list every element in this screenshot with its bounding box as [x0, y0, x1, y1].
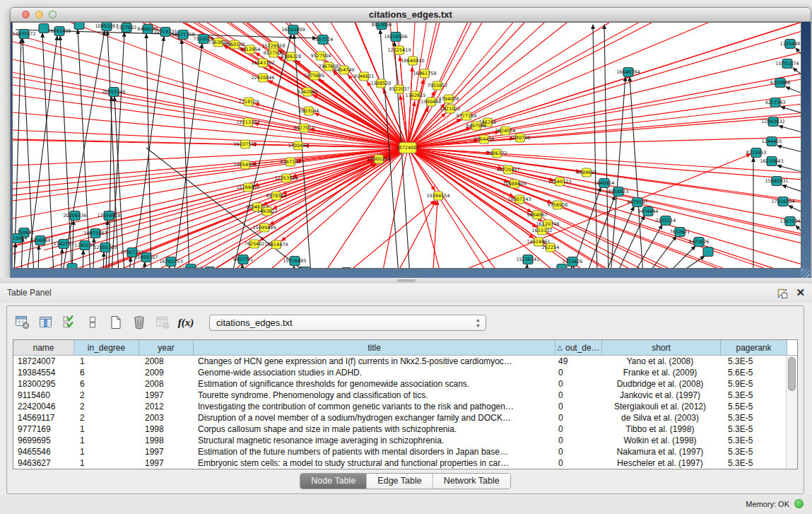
node-label: 19054985	[233, 162, 257, 168]
table-source-select[interactable]: citations_edges.txt ▲▼	[209, 315, 486, 331]
edge[interactable]	[630, 77, 643, 269]
scrollbar-thumb[interactable]	[788, 357, 796, 391]
edge[interactable]	[796, 226, 801, 232]
edge[interactable]	[786, 87, 801, 93]
graph-node-unselected[interactable]	[341, 268, 351, 269]
edge[interactable]	[611, 77, 625, 269]
tab-network-table[interactable]: Network Table	[433, 474, 510, 489]
edge[interactable]	[146, 148, 302, 269]
table-row[interactable]: 911546021997Tourette syndrome. Phenomeno…	[13, 390, 797, 401]
column-header-title[interactable]: title	[194, 340, 555, 355]
edge[interactable]	[526, 264, 527, 269]
edge[interactable]	[83, 250, 83, 269]
close-window-button[interactable]	[22, 11, 30, 18]
show-columns-icon[interactable]	[37, 314, 54, 331]
table-row[interactable]: 1456911722003Disruption of a novel membe…	[13, 412, 797, 424]
edge[interactable]	[112, 33, 124, 269]
network-window-titlebar[interactable]: citations_edges.txt	[11, 8, 811, 22]
edge[interactable]	[793, 68, 801, 75]
selected-edge[interactable]	[228, 164, 376, 269]
node-label: 9756928	[548, 202, 568, 208]
tab-node-table[interactable]: Node Table	[300, 474, 367, 489]
column-header-pagerank[interactable]: pagerank	[721, 340, 787, 355]
edge[interactable]	[789, 206, 801, 212]
minimize-window-button[interactable]	[35, 11, 43, 18]
edge[interactable]	[232, 35, 291, 269]
edge[interactable]	[616, 216, 645, 269]
table-row[interactable]: 1872400712008Changes of HCN gene express…	[13, 356, 797, 367]
edge[interactable]	[103, 252, 104, 269]
node-label: 17016504	[771, 199, 794, 204]
citation-network-graph[interactable]: 1493557220691406106532671527602646614010…	[13, 23, 801, 269]
graph-node-unselected[interactable]	[67, 264, 77, 269]
column-header-year[interactable]: year	[139, 340, 194, 355]
edge[interactable]	[168, 267, 170, 269]
column-header-short[interactable]: short	[602, 340, 721, 355]
edge[interactable]	[779, 126, 801, 132]
node-label: 1640954	[594, 180, 615, 186]
selected-edge[interactable]	[13, 148, 408, 183]
edge[interactable]	[571, 267, 572, 269]
selected-edge[interactable]	[157, 148, 408, 269]
edge[interactable]	[782, 185, 801, 192]
graph-node-unselected[interactable]	[557, 264, 567, 269]
edge[interactable]	[129, 257, 131, 269]
edge[interactable]	[593, 25, 597, 269]
edge[interactable]	[144, 262, 145, 269]
edge[interactable]	[777, 165, 801, 172]
node-label: 1362615	[406, 93, 426, 98]
create-column-icon[interactable]	[107, 314, 124, 331]
selected-edge[interactable]	[408, 23, 708, 148]
float-window-icon[interactable]	[777, 288, 788, 299]
table-row[interactable]: 969969511998Structural magnetic resonanc…	[13, 435, 797, 446]
edge[interactable]	[38, 245, 39, 269]
table-row[interactable]: 1830029562008Estimation of significance …	[13, 378, 797, 390]
delete-column-icon[interactable]	[131, 314, 148, 331]
column-header-in_degree[interactable]: in_degree	[74, 340, 139, 355]
edge[interactable]	[781, 107, 801, 113]
window-resize-grip[interactable]	[801, 269, 810, 278]
selected-edge[interactable]	[408, 148, 553, 269]
table-row[interactable]: 946554611997Estimation of the future num…	[13, 446, 797, 457]
table-row[interactable]: 2242004622012Investigating the contribut…	[13, 401, 797, 412]
graph-node-unselected[interactable]	[205, 267, 215, 269]
column-header-out_de[interactable]: △out_de…	[555, 340, 602, 355]
selected-edge[interactable]	[13, 130, 408, 148]
selected-edge[interactable]	[408, 116, 801, 148]
node-label: 14935572	[13, 31, 36, 37]
table-mode-icon[interactable]	[84, 314, 101, 331]
selected-edge[interactable]	[408, 148, 801, 264]
graph-node-unselected[interactable]	[74, 23, 84, 30]
edge[interactable]	[604, 25, 608, 269]
network-canvas[interactable]: 1493557220691406106532671527602646614010…	[12, 22, 801, 269]
graph-node-unselected[interactable]	[703, 247, 713, 257]
selected-edge[interactable]	[408, 67, 412, 148]
tab-edge-table[interactable]: Edge Table	[367, 474, 433, 489]
cell-year: 1998	[139, 424, 194, 434]
close-panel-icon[interactable]: ✕	[796, 286, 805, 299]
zoom-window-button[interactable]	[49, 11, 57, 18]
table-row[interactable]: 1938455462009Genome-wide association stu…	[13, 367, 797, 378]
table-vertical-scrollbar[interactable]	[786, 356, 797, 469]
node-label: 16210643	[760, 158, 783, 164]
column-header-name[interactable]: name	[13, 340, 74, 355]
cell-in_degree: 6	[74, 368, 139, 378]
selected-edge[interactable]	[341, 201, 435, 269]
edge[interactable]	[633, 225, 662, 269]
table-row[interactable]: 946362711997Embryonic stem cells: a mode…	[13, 457, 797, 469]
selected-edge[interactable]	[408, 148, 440, 269]
selected-edge[interactable]	[13, 112, 408, 148]
table-row[interactable]: 977716911998Corpus callosum shape and si…	[13, 424, 797, 435]
table-settings-icon[interactable]	[14, 314, 31, 331]
function-builder-icon[interactable]: f(x)	[177, 314, 194, 331]
cell-pagerank: 5.3E-5	[721, 390, 787, 400]
delete-table-icon[interactable]	[154, 314, 171, 331]
graph-node-unselected[interactable]	[300, 267, 310, 269]
selected-edge[interactable]	[394, 201, 436, 269]
selected-edge[interactable]	[44, 148, 408, 269]
edge[interactable]	[777, 146, 801, 152]
selected-edge[interactable]	[408, 95, 801, 148]
select-all-icon[interactable]	[61, 314, 78, 331]
selected-edge[interactable]	[13, 42, 408, 148]
edge[interactable]	[61, 249, 62, 269]
